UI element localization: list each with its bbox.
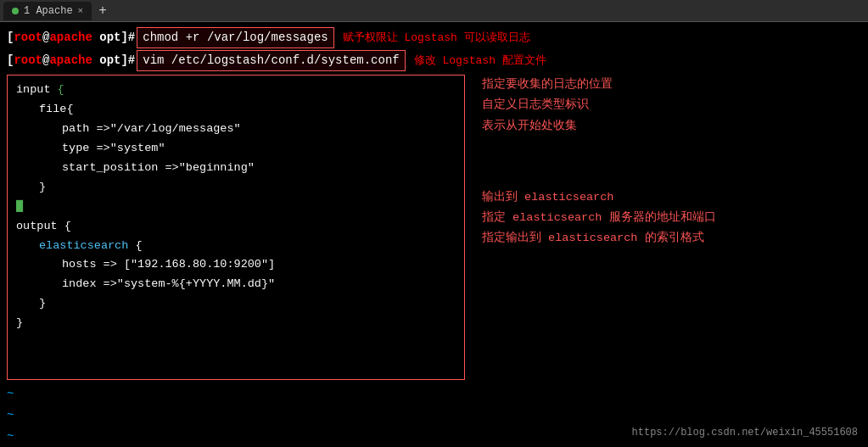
code-line-12: } <box>16 294 456 314</box>
code-line-2: file{ <box>16 100 456 120</box>
code-line-11: index =>"system-%{+YYYY.MM.dd}" <box>16 275 456 294</box>
annotation-group-2: 输出到 elasticsearch 指定 elasticsearch 服务器的地… <box>482 187 861 249</box>
comment-1: 赋予权限让 Logstash 可以读取日志 <box>343 30 530 47</box>
anno-2-2: 指定 elasticsearch 服务器的地址和端口 <box>482 208 861 228</box>
code-line-1: input { <box>16 81 456 100</box>
tilde-1: ~ <box>7 383 465 405</box>
anno-2-3: 指定输出到 elasticsearch 的索引格式 <box>482 228 861 249</box>
tab-label: 1 Apache <box>24 5 73 17</box>
command-1: chmod +r /var/log/messages <box>137 27 333 48</box>
anno-1-2: 自定义日志类型标识 <box>482 95 861 115</box>
terminal: [root@apache opt]# chmod +r /var/log/mes… <box>0 22 868 447</box>
tab-status-dot <box>12 8 19 14</box>
tilde-2: ~ <box>7 405 465 426</box>
new-tab-button[interactable]: + <box>92 3 114 19</box>
anno-1-3: 表示从开始处收集 <box>482 116 861 137</box>
tilde-area: ~ ~ ~ <box>7 383 465 447</box>
close-tab-icon[interactable]: × <box>78 6 84 16</box>
command-2: vim /etc/logstash/conf.d/system.conf <box>137 50 405 71</box>
code-line-9: elasticsearch { <box>16 237 456 256</box>
code-line-13: } <box>16 314 456 333</box>
cmd-line-1: [root@apache opt]# chmod +r /var/log/mes… <box>7 27 861 48</box>
open-brace: { <box>58 83 64 96</box>
code-line-8: output { <box>16 217 456 237</box>
footer-url: https://blog.csdn.net/weixin_45551608 <box>632 425 858 440</box>
code-line-6: } <box>16 178 456 198</box>
annotation-group-1: 指定要收集的日志的位置 自定义日志类型标识 表示从开始处收集 <box>482 75 861 137</box>
code-block: input { file{ path =>"/var/log/messages"… <box>7 75 465 380</box>
code-line-7: █ <box>16 198 456 217</box>
code-line-3: path =>"/var/log/messages" <box>16 120 456 139</box>
anno-2-1: 输出到 elasticsearch <box>482 187 861 208</box>
tab-bar: 1 Apache × + <box>0 0 868 22</box>
prompt-1: [root@apache opt]# <box>7 29 135 47</box>
code-block-container: input { file{ path =>"/var/log/messages"… <box>7 75 465 447</box>
code-line-4: type =>"system" <box>16 139 456 159</box>
code-line-5: start_position =>"beginning" <box>16 159 456 178</box>
tilde-3: ~ <box>7 426 465 447</box>
prompt-2: [root@apache opt]# <box>7 52 135 70</box>
code-line-10: hosts => ["192.168.80.10:9200"] <box>16 255 456 275</box>
comment-2: 修改 Logstash 配置文件 <box>414 53 546 70</box>
code-area: input { file{ path =>"/var/log/messages"… <box>7 75 861 447</box>
cursor-block-icon: █ <box>16 200 23 213</box>
kw-input: input <box>16 83 58 96</box>
annotations: 指定要收集的日志的位置 自定义日志类型标识 表示从开始处收集 输出到 elast… <box>465 75 861 447</box>
tab-apache[interactable]: 1 Apache × <box>3 2 92 20</box>
cmd-line-2: [root@apache opt]# vim /etc/logstash/con… <box>7 50 861 71</box>
anno-1-1: 指定要收集的日志的位置 <box>482 75 861 95</box>
